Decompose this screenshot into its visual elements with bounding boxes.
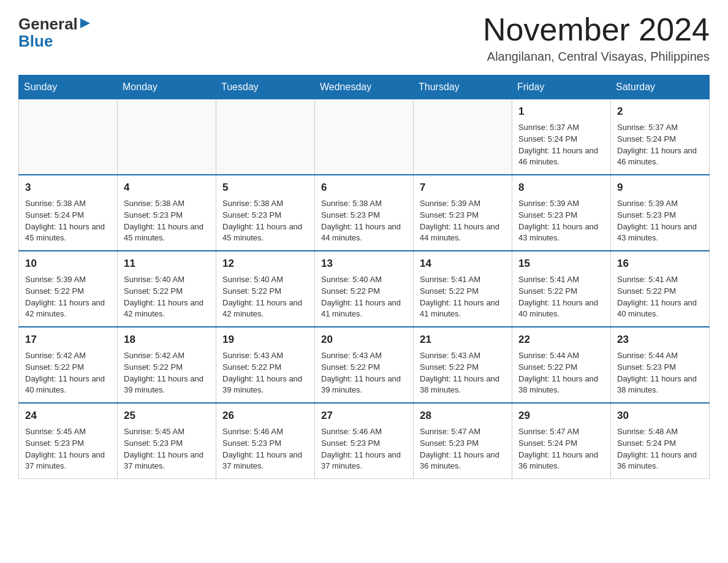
day-info-line: Sunset: 5:24 PM [518, 134, 604, 145]
calendar-cell: 14Sunrise: 5:41 AMSunset: 5:22 PMDayligh… [414, 251, 512, 327]
day-info-line: Sunset: 5:22 PM [518, 362, 604, 373]
calendar-cell [315, 99, 414, 175]
day-number: 21 [420, 332, 506, 348]
day-number: 23 [617, 332, 703, 348]
day-info-line: Sunrise: 5:39 AM [420, 198, 506, 210]
day-number: 26 [222, 408, 308, 424]
header-cell-tuesday: Tuesday [216, 75, 315, 99]
calendar-cell: 19Sunrise: 5:43 AMSunset: 5:22 PMDayligh… [216, 327, 315, 403]
day-info-line: Sunset: 5:22 PM [617, 286, 703, 297]
day-number: 18 [124, 332, 210, 348]
day-number: 29 [518, 408, 604, 424]
header-cell-wednesday: Wednesday [315, 75, 414, 99]
day-info-line: Daylight: 11 hours and 44 minutes. [420, 221, 506, 245]
day-info-line: Daylight: 11 hours and 42 minutes. [222, 297, 308, 321]
logo-arrow-icon [79, 17, 91, 29]
day-info-line: Daylight: 11 hours and 45 minutes. [222, 221, 308, 245]
day-info-line: Sunset: 5:22 PM [321, 286, 407, 297]
day-info-line: Daylight: 11 hours and 46 minutes. [617, 145, 703, 169]
day-info-line: Sunset: 5:23 PM [124, 210, 210, 221]
calendar-cell: 16Sunrise: 5:41 AMSunset: 5:22 PMDayligh… [611, 251, 710, 327]
day-number: 4 [124, 180, 210, 196]
day-info-line: Daylight: 11 hours and 43 minutes. [617, 221, 703, 245]
day-info-line: Sunset: 5:23 PM [420, 438, 506, 450]
day-info-line: Sunset: 5:23 PM [617, 210, 703, 221]
calendar-cell [216, 99, 315, 175]
day-number: 27 [321, 408, 407, 424]
day-info-line: Daylight: 11 hours and 40 minutes. [25, 373, 111, 397]
svg-marker-0 [80, 18, 90, 28]
day-number: 14 [420, 256, 506, 272]
day-info-line: Sunset: 5:23 PM [321, 210, 407, 221]
month-title: November 2024 [483, 12, 710, 47]
day-info-line: Daylight: 11 hours and 40 minutes. [518, 297, 604, 321]
logo-general: General [18, 16, 78, 32]
day-number: 16 [617, 256, 703, 272]
calendar-cell: 5Sunrise: 5:38 AMSunset: 5:23 PMDaylight… [216, 175, 315, 251]
title-area: November 2024 Alangilanan, Central Visay… [483, 12, 710, 64]
day-number: 2 [617, 104, 703, 120]
day-info-line: Sunrise: 5:45 AM [124, 426, 210, 438]
day-info-line: Sunrise: 5:40 AM [222, 274, 308, 286]
day-number: 12 [222, 256, 308, 272]
day-info-line: Sunrise: 5:39 AM [518, 198, 604, 210]
day-info-line: Daylight: 11 hours and 37 minutes. [321, 450, 407, 473]
day-info-line: Sunset: 5:23 PM [420, 210, 506, 221]
day-info-line: Sunset: 5:22 PM [321, 362, 407, 373]
header-cell-monday: Monday [118, 75, 216, 99]
day-info-line: Daylight: 11 hours and 42 minutes. [124, 297, 210, 321]
day-info-line: Sunset: 5:22 PM [25, 362, 111, 373]
day-info-line: Daylight: 11 hours and 37 minutes. [124, 450, 210, 473]
day-info-line: Daylight: 11 hours and 36 minutes. [617, 450, 703, 473]
day-info-line: Daylight: 11 hours and 41 minutes. [420, 297, 506, 321]
calendar-cell [118, 99, 216, 175]
week-row-5: 24Sunrise: 5:45 AMSunset: 5:23 PMDayligh… [19, 403, 710, 479]
calendar-cell: 21Sunrise: 5:43 AMSunset: 5:22 PMDayligh… [414, 327, 512, 403]
week-row-4: 17Sunrise: 5:42 AMSunset: 5:22 PMDayligh… [19, 327, 710, 403]
day-info-line: Sunset: 5:23 PM [25, 438, 111, 450]
day-number: 22 [518, 332, 604, 348]
calendar-cell: 7Sunrise: 5:39 AMSunset: 5:23 PMDaylight… [414, 175, 512, 251]
calendar-cell: 2Sunrise: 5:37 AMSunset: 5:24 PMDaylight… [611, 99, 710, 175]
calendar-cell: 10Sunrise: 5:39 AMSunset: 5:22 PMDayligh… [19, 251, 118, 327]
day-info-line: Sunset: 5:24 PM [617, 134, 703, 145]
day-info-line: Sunrise: 5:42 AM [124, 350, 210, 362]
day-info-line: Sunset: 5:22 PM [420, 362, 506, 373]
calendar-cell: 30Sunrise: 5:48 AMSunset: 5:24 PMDayligh… [611, 403, 710, 479]
day-info-line: Sunrise: 5:46 AM [222, 426, 308, 438]
day-info-line: Daylight: 11 hours and 39 minutes. [222, 373, 308, 397]
calendar-cell: 13Sunrise: 5:40 AMSunset: 5:22 PMDayligh… [315, 251, 414, 327]
calendar-cell [414, 99, 512, 175]
day-info-line: Daylight: 11 hours and 39 minutes. [124, 373, 210, 397]
day-number: 10 [25, 256, 111, 272]
calendar-cell: 23Sunrise: 5:44 AMSunset: 5:23 PMDayligh… [611, 327, 710, 403]
day-info-line: Sunrise: 5:47 AM [420, 426, 506, 438]
calendar-cell: 15Sunrise: 5:41 AMSunset: 5:22 PMDayligh… [512, 251, 611, 327]
day-info-line: Sunrise: 5:41 AM [420, 274, 506, 286]
calendar-cell: 29Sunrise: 5:47 AMSunset: 5:24 PMDayligh… [512, 403, 611, 479]
calendar-cell: 9Sunrise: 5:39 AMSunset: 5:23 PMDaylight… [611, 175, 710, 251]
day-info-line: Daylight: 11 hours and 38 minutes. [617, 373, 703, 397]
calendar-cell: 22Sunrise: 5:44 AMSunset: 5:22 PMDayligh… [512, 327, 611, 403]
day-number: 13 [321, 256, 407, 272]
day-info-line: Sunset: 5:22 PM [420, 286, 506, 297]
week-row-2: 3Sunrise: 5:38 AMSunset: 5:24 PMDaylight… [19, 175, 710, 251]
day-info-line: Daylight: 11 hours and 37 minutes. [222, 450, 308, 473]
day-number: 1 [518, 104, 604, 120]
day-info-line: Sunrise: 5:43 AM [420, 350, 506, 362]
day-number: 24 [25, 408, 111, 424]
header-cell-thursday: Thursday [414, 75, 512, 99]
day-info-line: Sunset: 5:22 PM [222, 286, 308, 297]
day-info-line: Sunrise: 5:37 AM [518, 122, 604, 134]
day-info-line: Sunset: 5:23 PM [321, 438, 407, 450]
location-title: Alangilanan, Central Visayas, Philippine… [483, 50, 710, 64]
day-info-line: Daylight: 11 hours and 37 minutes. [25, 450, 111, 473]
day-info-line: Sunset: 5:23 PM [222, 438, 308, 450]
day-info-line: Daylight: 11 hours and 43 minutes. [518, 221, 604, 245]
calendar-cell: 28Sunrise: 5:47 AMSunset: 5:23 PMDayligh… [414, 403, 512, 479]
calendar-cell: 1Sunrise: 5:37 AMSunset: 5:24 PMDaylight… [512, 99, 611, 175]
calendar-cell: 26Sunrise: 5:46 AMSunset: 5:23 PMDayligh… [216, 403, 315, 479]
day-info-line: Sunset: 5:24 PM [25, 210, 111, 221]
day-info-line: Sunset: 5:24 PM [617, 438, 703, 450]
day-info-line: Daylight: 11 hours and 36 minutes. [518, 450, 604, 473]
